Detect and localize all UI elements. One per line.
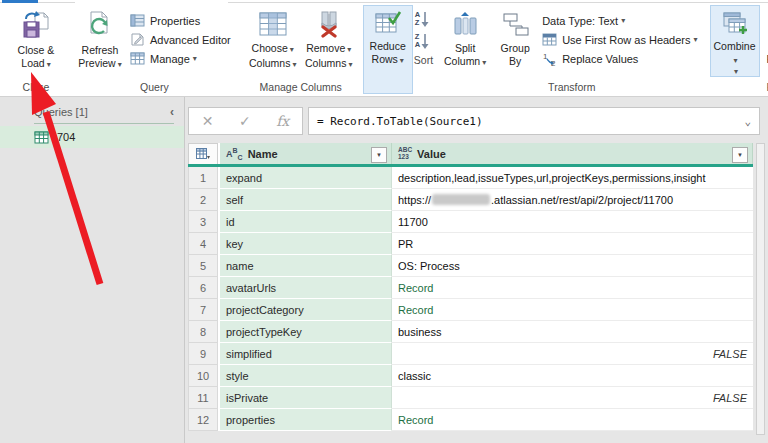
value-cell[interactable]: OS: Process (392, 255, 753, 277)
collapse-pane-icon[interactable]: ‹ (170, 105, 174, 119)
name-cell[interactable]: self (220, 189, 392, 211)
ribbon-tab-strip (0, 0, 768, 3)
properties-button[interactable]: Properties (128, 11, 237, 30)
query-table-icon (34, 131, 49, 144)
down-arrow-icon (420, 11, 430, 28)
reduce-rows-label-2: Rows (372, 53, 404, 65)
expand-formula-bar-icon[interactable]: ⌄ (744, 115, 751, 128)
refresh-preview-button[interactable]: Refresh Preview (72, 5, 128, 80)
row-number-cell[interactable]: 9 (188, 343, 218, 365)
refresh-icon (85, 10, 115, 40)
row-number-cell[interactable]: 4 (188, 233, 218, 255)
refresh-label-2: Preview (78, 57, 121, 69)
text-type-icon: ABC (226, 146, 243, 162)
row-number-cell[interactable]: 2 (188, 189, 218, 211)
table-row: 9simplifiedFALSE (188, 343, 753, 365)
queries-pane: Queries [1] ‹ 704 (0, 97, 185, 443)
replace-values-label: Replace Values (562, 53, 638, 65)
value-cell[interactable]: Record (392, 277, 753, 299)
use-first-row-as-headers-button[interactable]: Use First Row as Headers (540, 30, 703, 49)
close-and-load-button[interactable]: Close & Load (8, 5, 64, 80)
row-number-cell[interactable]: 6 (188, 277, 218, 299)
value-cell[interactable]: FALSE (392, 387, 753, 409)
remove-columns-label-2: Columns (305, 57, 352, 69)
column-header-value-label: Value (417, 148, 446, 160)
name-cell[interactable]: id (220, 211, 392, 233)
record-link[interactable]: Record (398, 304, 433, 316)
value-cell[interactable]: https://.atlassian.net/rest/api/2/projec… (392, 189, 753, 211)
value-cell[interactable]: Record (392, 299, 753, 321)
table-row: 2selfhttps://.atlassian.net/rest/api/2/p… (188, 189, 753, 211)
formula-bar: ✕ ✓ fx = Record.ToTable(Source1) ⌄ (188, 107, 760, 135)
row-number-cell[interactable]: 5 (188, 255, 218, 277)
manage-button[interactable]: Manage (128, 49, 237, 68)
replace-values-button[interactable]: 1 2 Replace Values (540, 49, 703, 68)
commit-icon[interactable]: ✓ (239, 113, 251, 129)
row-number-cell[interactable]: 12 (188, 409, 218, 431)
value-cell[interactable]: business (392, 321, 753, 343)
name-cell[interactable]: projectCategory (220, 299, 392, 321)
down-arrow-icon (420, 33, 430, 50)
close-and-load-label-2: Load (21, 57, 50, 69)
row-number-cell[interactable]: 3 (188, 211, 218, 233)
group-label-query: Query (72, 80, 237, 96)
value-cell[interactable]: 11700 (392, 211, 753, 233)
choose-columns-button[interactable]: Choose Columns (245, 5, 301, 80)
name-cell[interactable]: style (220, 365, 392, 387)
filter-dropdown-icon[interactable]: ▼ (732, 147, 748, 163)
name-cell[interactable]: expand (220, 167, 392, 189)
filter-dropdown-icon[interactable]: ▼ (371, 147, 387, 163)
data-type-button[interactable]: Data Type: Text (540, 11, 703, 30)
ribbon: Close & Load Close (0, 3, 768, 97)
properties-icon (130, 14, 146, 27)
name-cell[interactable]: properties (220, 409, 392, 431)
name-cell[interactable]: projectTypeKey (220, 321, 392, 343)
value-cell[interactable]: description,lead,issueTypes,url,projectK… (392, 167, 753, 189)
cancel-icon[interactable]: ✕ (202, 113, 214, 129)
record-link[interactable]: Record (398, 282, 433, 294)
column-header-name[interactable]: ABC Name ▼ (220, 143, 392, 164)
row-number-cell[interactable]: 8 (188, 321, 218, 343)
value-cell[interactable]: Record (392, 409, 753, 431)
ribbon-group-transform: Split Column Group By (436, 5, 707, 96)
formula-buttons: ✕ ✓ fx (188, 107, 303, 135)
refresh-label: Refresh (82, 44, 119, 56)
row-number-cell[interactable]: 7 (188, 299, 218, 321)
row-number-cell[interactable]: 1 (188, 167, 218, 189)
remove-columns-button[interactable]: Remove Columns (301, 5, 357, 80)
value-cell[interactable]: PR (392, 233, 753, 255)
ribbon-group-close: Close & Load Close (4, 5, 68, 96)
name-cell[interactable]: key (220, 233, 392, 255)
formula-input[interactable]: = Record.ToTable(Source1) ⌄ (308, 107, 760, 135)
ribbon-group-manage-columns: Choose Columns Remove Columns (241, 5, 361, 96)
vertical-scrollbar[interactable] (756, 143, 765, 435)
value-cell[interactable]: FALSE (392, 343, 753, 365)
file-tab-indicator[interactable] (2, 0, 38, 3)
first-row-headers-label: Use First Row as Headers (562, 34, 690, 46)
content-pane: ✕ ✓ fx = Record.ToTable(Source1) ⌄ (185, 97, 768, 443)
group-by-button[interactable]: Group By (490, 5, 540, 80)
sort-ascending-button[interactable]: AZ (415, 9, 430, 29)
row-number-cell[interactable]: 11 (188, 387, 218, 409)
row-number-cell[interactable]: 10 (188, 365, 218, 387)
active-tab-gap (75, 2, 228, 3)
record-link[interactable]: Record (398, 414, 433, 426)
table-select-all-button[interactable] (188, 143, 218, 164)
advanced-editor-button[interactable]: Advanced Editor (128, 30, 237, 49)
name-cell[interactable]: avatarUrls (220, 277, 392, 299)
combine-button[interactable]: Combine (710, 5, 760, 77)
name-cell[interactable]: isPrivate (220, 387, 392, 409)
close-and-load-label: Close & (18, 44, 55, 56)
split-column-button[interactable]: Split Column (440, 5, 490, 80)
fx-icon[interactable]: fx (276, 113, 289, 129)
table-row: 7projectCategoryRecord (188, 299, 753, 321)
column-header-value[interactable]: ABC123 Value ▼ (392, 143, 753, 164)
name-cell[interactable]: simplified (220, 343, 392, 365)
reduce-rows-button[interactable]: Reduce Rows (363, 5, 413, 94)
name-cell[interactable]: name (220, 255, 392, 277)
choose-columns-label-2: Columns (249, 57, 296, 69)
value-cell[interactable]: classic (392, 365, 753, 387)
sort-descending-button[interactable]: ZA (415, 31, 430, 51)
query-list-item[interactable]: 704 (0, 126, 184, 148)
split-column-label-2: Column (444, 55, 486, 67)
